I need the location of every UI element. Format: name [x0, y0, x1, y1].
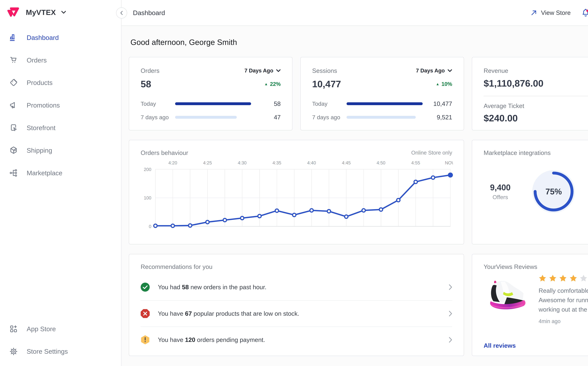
- kpi-value: 10,477: [312, 79, 341, 90]
- star-icon: [580, 274, 588, 282]
- offers-stat: 9,400 Offers: [482, 183, 519, 200]
- all-reviews-link[interactable]: All reviews: [483, 342, 516, 349]
- kpi-row-value: 10,477: [428, 100, 452, 107]
- svg-text:4:35: 4:35: [272, 160, 281, 165]
- orders-behaviour-line-chart: 01002004:204:254:304:354:404:454:504:55N…: [141, 160, 452, 231]
- store-settings-gear-icon: [9, 347, 18, 356]
- kpi-bar: [347, 102, 422, 105]
- account-selector[interactable]: MyVTEX: [0, 0, 121, 23]
- sidebar-item-label: App Store: [27, 325, 56, 333]
- sidebar-item-store-settings[interactable]: Store Settings: [0, 340, 121, 363]
- kpi-row-value: 47: [257, 114, 281, 121]
- kpi-bar: [175, 116, 251, 119]
- trend-up-icon: ▲: [436, 82, 439, 86]
- recommendations-title: Recommendations for you: [141, 263, 452, 270]
- star-icon: [549, 274, 557, 282]
- greeting: Good afternoon, George Smith: [130, 38, 588, 47]
- middle-row: Orders behaviour Online Store only 01002…: [129, 140, 588, 244]
- revenue-title: Revenue: [483, 67, 588, 74]
- orders-behaviour-card: Orders behaviour Online Store only 01002…: [129, 140, 464, 244]
- sidebar-item-label: Products: [27, 79, 53, 86]
- review-text: Really comfortable shoes. Awesome for ru…: [539, 286, 588, 314]
- sidebar-collapse-button[interactable]: [116, 8, 127, 18]
- star-icon: [569, 274, 577, 282]
- sidebar-item-promotions[interactable]: Promotions: [0, 94, 121, 116]
- chevron-down-icon: [276, 69, 281, 72]
- recommendation-text: You had 58 new orders in the past hour.: [158, 283, 266, 291]
- trend-up-icon: ▲: [264, 82, 268, 86]
- svg-text:4:25: 4:25: [203, 160, 212, 165]
- recommendations-card: Recommendations for you You had 58 new o…: [129, 254, 464, 356]
- sidebar-item-dashboard[interactable]: Dashboard: [0, 26, 121, 49]
- view-store-label: View Store: [541, 9, 571, 16]
- review-item: Really comfortable shoes. Awesome for ru…: [483, 274, 588, 324]
- chevron-right-icon: [449, 337, 452, 343]
- kpi-comparison-row: 7 days ago 47: [141, 112, 281, 122]
- sidebar-item-shipping[interactable]: Shipping: [0, 139, 121, 162]
- topbar: Dashboard View Store: [121, 0, 588, 26]
- chevron-down-icon: [61, 11, 66, 14]
- shipping-box-icon: [9, 146, 18, 155]
- marketplace-network-icon: [9, 168, 18, 177]
- kpi-row-label: Today: [141, 100, 175, 107]
- main-column: Dashboard View Store: [121, 0, 588, 366]
- sidebar-item-app-store[interactable]: App Store: [0, 318, 121, 340]
- sidebar: MyVTEX Dashboard Orders Products Promoti…: [0, 0, 121, 366]
- vtex-logo-icon: [6, 5, 21, 20]
- kpi-bar: [175, 102, 251, 105]
- svg-text:4:45: 4:45: [342, 160, 351, 165]
- kpi-row-value: 9,521: [428, 114, 452, 121]
- kpi-row-label: Today: [312, 100, 347, 107]
- kpi-comparison-row: Today 58: [141, 99, 281, 109]
- recommendation-row[interactable]: You have 67 popular products that are lo…: [141, 300, 452, 327]
- chevron-right-icon: [449, 284, 452, 290]
- account-name: MyVTEX: [26, 8, 56, 17]
- marketplace-integrations-card: Marketplace integrations 9,400 Offers 75…: [472, 140, 588, 244]
- kpi-value: 58: [141, 79, 151, 90]
- sidebar-item-marketplace[interactable]: Marketplace: [0, 162, 121, 184]
- sidebar-item-label: Orders: [27, 56, 47, 64]
- chevron-down-icon: [448, 69, 452, 72]
- dashboard-icon: [9, 33, 18, 42]
- sidebar-item-label: Dashboard: [27, 34, 59, 41]
- product-shoe-image: [483, 274, 529, 324]
- kpi-title: Orders: [141, 67, 159, 74]
- orders-behaviour-title: Orders behaviour: [141, 149, 188, 156]
- products-tag-icon: [9, 78, 18, 87]
- kpi-row: Orders 7 Days Ago 58 ▲22% Today 58 7 day…: [129, 57, 588, 130]
- success-check-icon: [141, 283, 150, 292]
- sidebar-item-products[interactable]: Products: [0, 71, 121, 94]
- sidebar-item-storefront[interactable]: Storefront: [0, 116, 121, 139]
- sidebar-item-orders[interactable]: Orders: [0, 49, 121, 71]
- revenue-card: Revenue $1,110,876.00 Average Ticket $24…: [472, 57, 588, 130]
- reviews-footer: All reviews: [483, 342, 588, 349]
- external-link-icon: [530, 9, 537, 16]
- svg-text:4:30: 4:30: [238, 160, 247, 165]
- orders-cart-icon: [9, 56, 18, 65]
- svg-text:4:40: 4:40: [307, 160, 316, 165]
- star-rating: [539, 274, 588, 282]
- average-ticket-title: Average Ticket: [483, 102, 588, 109]
- recommendation-row[interactable]: You have 120 orders pending payment.: [141, 327, 452, 353]
- svg-text:4:20: 4:20: [168, 160, 177, 165]
- kpi-comparison-row: 7 days ago 9,521: [312, 112, 452, 122]
- revenue-value: $1,110,876.00: [483, 78, 588, 89]
- notifications-bell-icon[interactable]: [581, 8, 588, 17]
- reviews-title: YourViews Reviews: [483, 263, 588, 270]
- recommendation-row[interactable]: You had 58 new orders in the past hour.: [141, 274, 452, 300]
- period-dropdown[interactable]: 7 Days Ago: [416, 68, 452, 74]
- sessions-kpi-card: Sessions 7 Days Ago 10,477 ▲10% Today 10…: [300, 57, 464, 130]
- recommendation-text: You have 120 orders pending payment.: [158, 336, 265, 343]
- yourviews-reviews-card: YourViews Reviews: [472, 254, 588, 356]
- recommendations-list: You had 58 new orders in the past hour. …: [141, 274, 452, 353]
- donut-percent-label: 75%: [531, 169, 576, 214]
- divider: [483, 96, 588, 96]
- view-store-button[interactable]: View Store: [530, 9, 571, 16]
- svg-text:4:50: 4:50: [377, 160, 385, 165]
- bottom-row: Recommendations for you You had 58 new o…: [129, 254, 588, 356]
- kpi-title: Sessions: [312, 67, 337, 74]
- chevron-right-icon: [449, 311, 452, 316]
- sidebar-spacer: [0, 184, 121, 314]
- period-dropdown[interactable]: 7 Days Ago: [244, 68, 281, 74]
- page-title: Dashboard: [133, 9, 165, 17]
